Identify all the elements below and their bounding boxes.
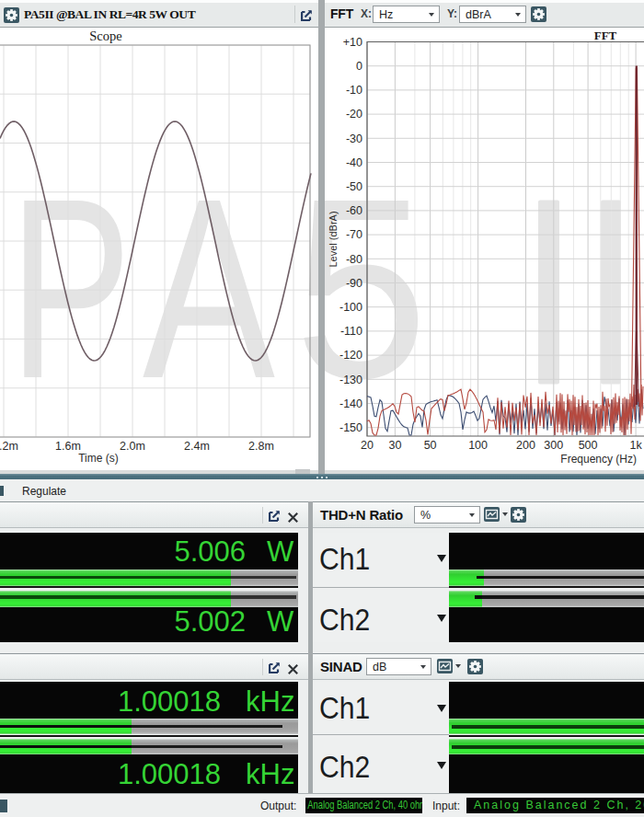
- svg-text:-100: -100: [339, 301, 362, 314]
- svg-text:50: 50: [424, 439, 437, 452]
- svg-text:2.0m: 2.0m: [120, 440, 145, 453]
- svg-text:-150: -150: [339, 421, 362, 434]
- svg-text:-20: -20: [346, 108, 362, 121]
- svg-text:+10: +10: [343, 36, 362, 49]
- svg-text:100: 100: [468, 439, 488, 452]
- svg-text:FFT: FFT: [594, 29, 617, 42]
- svg-text:5: 5: [325, 144, 428, 432]
- svg-text:500: 500: [579, 439, 598, 452]
- svg-text:Frequency (Hz): Frequency (Hz): [560, 453, 637, 466]
- svg-text:-80: -80: [346, 253, 362, 266]
- svg-text:1k: 1k: [629, 439, 642, 452]
- svg-text:-50: -50: [346, 180, 362, 193]
- svg-text:2.8m: 2.8m: [248, 440, 274, 453]
- svg-text:Level (dBrA): Level (dBrA): [328, 211, 339, 267]
- svg-text:1.2m: 1.2m: [0, 440, 18, 453]
- svg-text:-140: -140: [339, 397, 362, 410]
- svg-text:-40: -40: [346, 156, 362, 169]
- svg-text:1.6m: 1.6m: [55, 440, 81, 453]
- svg-text:300: 300: [544, 439, 563, 452]
- svg-text:200: 200: [516, 439, 535, 452]
- svg-text:-30: -30: [346, 132, 362, 145]
- svg-text:-70: -70: [346, 228, 362, 241]
- svg-text:0: 0: [356, 60, 362, 73]
- svg-text:-130: -130: [339, 374, 362, 386]
- svg-text:-60: -60: [346, 204, 362, 217]
- svg-text:20: 20: [361, 439, 374, 452]
- svg-text:-110: -110: [340, 325, 362, 338]
- svg-text:Scope: Scope: [89, 29, 121, 43]
- svg-text:Time (s): Time (s): [78, 452, 119, 465]
- svg-text:30: 30: [388, 439, 401, 452]
- svg-text:-10: -10: [346, 84, 362, 97]
- svg-text:-90: -90: [346, 277, 362, 290]
- svg-text:-120: -120: [339, 349, 362, 362]
- svg-text:2.4m: 2.4m: [184, 440, 210, 453]
